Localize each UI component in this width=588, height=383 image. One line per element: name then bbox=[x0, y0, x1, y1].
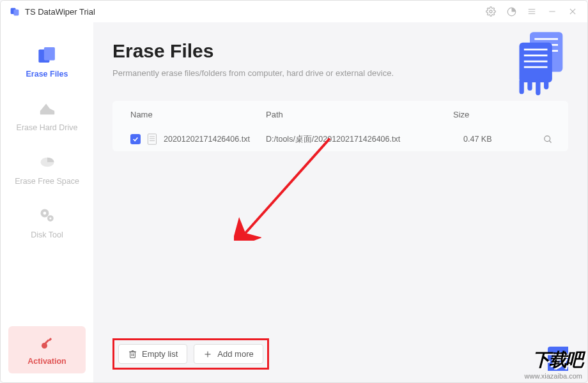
sidebar: Erase Files Erase Hard Drive Erase Free … bbox=[1, 22, 93, 382]
primary-action-partial[interactable] bbox=[548, 347, 568, 371]
search-icon[interactable] bbox=[540, 135, 555, 144]
sidebar-item-label: Disk Tool bbox=[31, 230, 63, 239]
erase-files-icon bbox=[36, 45, 59, 64]
row-size: 0.47 KB bbox=[463, 135, 540, 144]
list-header: Name Path Size bbox=[125, 110, 555, 127]
annotation-highlight-box: Empty list Add more bbox=[112, 338, 269, 370]
menu-icon[interactable] bbox=[526, 6, 538, 17]
sidebar-item-label: Erase Free Space bbox=[15, 177, 79, 186]
titlebar-controls bbox=[485, 6, 578, 17]
checkbox-icon[interactable] bbox=[130, 134, 141, 144]
sidebar-item-erase-hard-drive[interactable]: Erase Hard Drive bbox=[1, 87, 93, 141]
sidebar-item-disk-tool[interactable]: Disk Tool bbox=[1, 195, 93, 248]
window-title: TS DataWiper Trial bbox=[25, 7, 95, 17]
sidebar-item-erase-free-space[interactable]: Erase Free Space bbox=[1, 141, 93, 195]
app-logo-icon bbox=[10, 6, 20, 17]
sidebar-item-erase-files[interactable]: Erase Files bbox=[1, 34, 93, 87]
file-list: Name Path Size 20201202171426406.txt D:/… bbox=[112, 101, 568, 151]
pie-chart-icon bbox=[36, 153, 59, 172]
svg-point-34 bbox=[544, 135, 550, 141]
plus-icon bbox=[203, 350, 212, 358]
empty-list-label: Empty list bbox=[142, 349, 178, 359]
col-header-path: Path bbox=[266, 110, 453, 119]
col-header-name: Name bbox=[125, 110, 266, 119]
clock-icon[interactable] bbox=[506, 6, 517, 17]
svg-point-2 bbox=[490, 10, 492, 13]
svg-line-36 bbox=[245, 139, 330, 233]
add-more-label: Add more bbox=[217, 349, 253, 359]
trash-icon bbox=[128, 350, 137, 359]
svg-rect-1 bbox=[13, 10, 19, 16]
gear-icon[interactable] bbox=[485, 6, 497, 17]
page-subtitle: Permanently erase files/folders from com… bbox=[112, 68, 568, 78]
svg-line-35 bbox=[549, 140, 551, 142]
titlebar: TS DataWiper Trial bbox=[1, 1, 587, 22]
close-icon[interactable] bbox=[567, 6, 578, 17]
key-icon bbox=[40, 335, 55, 353]
svg-rect-25 bbox=[520, 43, 552, 82]
activation-label: Activation bbox=[27, 357, 66, 366]
hard-drive-icon bbox=[36, 99, 59, 118]
page-title: Erase Files bbox=[112, 40, 568, 62]
svg-point-15 bbox=[43, 212, 46, 215]
minimize-icon[interactable] bbox=[546, 6, 558, 17]
sidebar-item-label: Erase Files bbox=[26, 70, 68, 79]
erase-files-illustration-icon bbox=[502, 26, 572, 96]
file-icon bbox=[147, 133, 157, 145]
gear-tools-icon bbox=[36, 206, 59, 225]
add-more-button[interactable]: Add more bbox=[194, 344, 263, 364]
col-header-size: Size bbox=[453, 110, 530, 119]
empty-list-button[interactable]: Empty list bbox=[118, 344, 187, 364]
sidebar-item-label: Erase Hard Drive bbox=[17, 123, 78, 132]
table-row[interactable]: 20201202171426406.txt D:/tools/桌面/202012… bbox=[125, 127, 555, 151]
row-path: D:/tools/桌面/20201202171426406.txt bbox=[266, 134, 463, 145]
svg-rect-12 bbox=[40, 111, 54, 115]
main-content: Erase Files Permanently erase files/fold… bbox=[93, 22, 587, 382]
bottom-bar: Empty list Add more bbox=[112, 338, 568, 371]
svg-rect-11 bbox=[43, 47, 54, 60]
activation-button[interactable]: Activation bbox=[8, 326, 86, 373]
svg-point-17 bbox=[49, 217, 51, 219]
svg-rect-37 bbox=[130, 352, 135, 357]
svg-rect-30 bbox=[148, 134, 156, 144]
row-filename: 20201202171426406.txt bbox=[164, 135, 250, 144]
